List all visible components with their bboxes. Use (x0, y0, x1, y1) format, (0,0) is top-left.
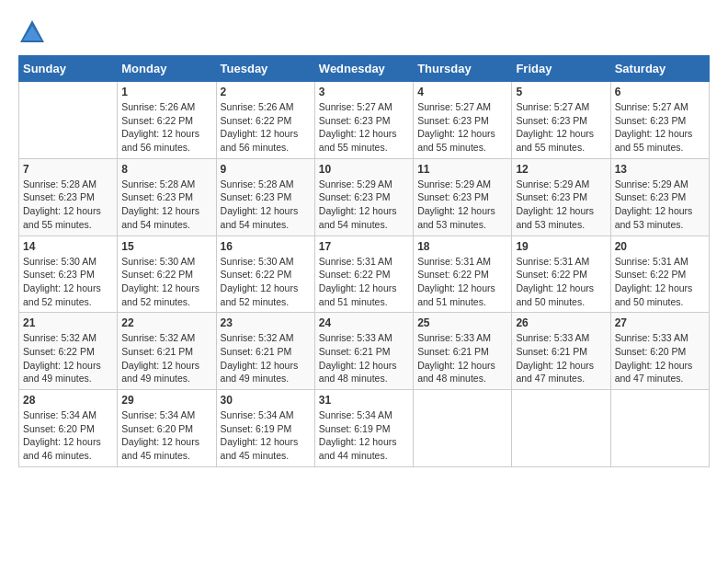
logo-icon (18, 18, 46, 46)
calendar-cell: 3Sunrise: 5:27 AM Sunset: 6:23 PM Daylig… (314, 82, 413, 159)
calendar-table: SundayMondayTuesdayWednesdayThursdayFrid… (18, 55, 710, 467)
week-row-3: 21Sunrise: 5:32 AM Sunset: 6:22 PM Dayli… (19, 313, 710, 390)
day-number: 11 (417, 163, 507, 176)
day-number: 8 (121, 163, 211, 176)
day-info: Sunrise: 5:28 AM Sunset: 6:23 PM Dayligh… (121, 178, 211, 232)
day-info: Sunrise: 5:32 AM Sunset: 6:21 PM Dayligh… (121, 331, 211, 385)
calendar-cell: 8Sunrise: 5:28 AM Sunset: 6:23 PM Daylig… (118, 158, 216, 236)
calendar-cell: 23Sunrise: 5:32 AM Sunset: 6:21 PM Dayli… (216, 313, 314, 390)
day-info: Sunrise: 5:33 AM Sunset: 6:21 PM Dayligh… (319, 331, 409, 385)
calendar-cell: 4Sunrise: 5:27 AM Sunset: 6:23 PM Daylig… (414, 82, 512, 159)
day-info: Sunrise: 5:34 AM Sunset: 6:19 PM Dayligh… (221, 408, 311, 463)
header-row: SundayMondayTuesdayWednesdayThursdayFrid… (19, 56, 710, 82)
day-info: Sunrise: 5:27 AM Sunset: 6:23 PM Dayligh… (615, 100, 705, 155)
calendar-cell: 21Sunrise: 5:32 AM Sunset: 6:22 PM Dayli… (19, 313, 118, 390)
day-number: 6 (615, 86, 705, 98)
day-number: 23 (221, 316, 311, 329)
calendar-cell: 18Sunrise: 5:31 AM Sunset: 6:22 PM Dayli… (414, 236, 512, 313)
day-info: Sunrise: 5:31 AM Sunset: 6:22 PM Dayligh… (516, 255, 606, 309)
calendar-cell: 10Sunrise: 5:29 AM Sunset: 6:23 PM Dayli… (314, 158, 413, 236)
calendar-cell (19, 82, 118, 159)
day-info: Sunrise: 5:34 AM Sunset: 6:19 PM Dayligh… (319, 408, 409, 463)
calendar-cell: 27Sunrise: 5:33 AM Sunset: 6:20 PM Dayli… (610, 313, 709, 390)
day-info: Sunrise: 5:29 AM Sunset: 6:23 PM Dayligh… (319, 178, 409, 232)
day-info: Sunrise: 5:28 AM Sunset: 6:23 PM Dayligh… (23, 178, 113, 232)
day-info: Sunrise: 5:30 AM Sunset: 6:22 PM Dayligh… (221, 255, 311, 309)
day-info: Sunrise: 5:27 AM Sunset: 6:23 PM Dayligh… (417, 100, 507, 155)
day-number: 5 (516, 86, 606, 98)
header-thursday: Thursday (414, 56, 512, 82)
day-number: 22 (121, 316, 211, 329)
calendar-cell: 20Sunrise: 5:31 AM Sunset: 6:22 PM Dayli… (610, 236, 709, 313)
day-number: 13 (615, 163, 705, 176)
calendar-cell: 28Sunrise: 5:34 AM Sunset: 6:20 PM Dayli… (19, 390, 118, 467)
calendar-cell: 19Sunrise: 5:31 AM Sunset: 6:22 PM Dayli… (512, 236, 610, 313)
day-number: 9 (221, 163, 311, 176)
day-info: Sunrise: 5:34 AM Sunset: 6:20 PM Dayligh… (121, 408, 211, 463)
calendar-header: SundayMondayTuesdayWednesdayThursdayFrid… (19, 56, 710, 82)
day-number: 12 (516, 163, 606, 176)
calendar-cell: 30Sunrise: 5:34 AM Sunset: 6:19 PM Dayli… (216, 390, 314, 467)
day-number: 28 (23, 394, 113, 407)
day-info: Sunrise: 5:34 AM Sunset: 6:20 PM Dayligh… (23, 408, 113, 463)
day-number: 3 (319, 86, 409, 98)
day-info: Sunrise: 5:26 AM Sunset: 6:22 PM Dayligh… (221, 100, 311, 155)
day-info: Sunrise: 5:33 AM Sunset: 6:21 PM Dayligh… (417, 331, 507, 385)
day-number: 27 (615, 316, 705, 329)
day-info: Sunrise: 5:31 AM Sunset: 6:22 PM Dayligh… (319, 255, 409, 309)
day-number: 19 (516, 240, 606, 253)
logo (18, 18, 50, 46)
day-number: 10 (319, 163, 409, 176)
calendar-cell: 29Sunrise: 5:34 AM Sunset: 6:20 PM Dayli… (118, 390, 216, 467)
day-number: 7 (23, 163, 113, 176)
day-info: Sunrise: 5:29 AM Sunset: 6:23 PM Dayligh… (516, 178, 606, 232)
calendar-cell: 9Sunrise: 5:28 AM Sunset: 6:23 PM Daylig… (216, 158, 314, 236)
week-row-0: 1Sunrise: 5:26 AM Sunset: 6:22 PM Daylig… (19, 82, 710, 159)
day-number: 24 (319, 316, 409, 329)
day-number: 30 (221, 394, 311, 407)
calendar-cell: 15Sunrise: 5:30 AM Sunset: 6:22 PM Dayli… (118, 236, 216, 313)
page-header (18, 18, 710, 46)
day-info: Sunrise: 5:30 AM Sunset: 6:23 PM Dayligh… (23, 255, 113, 309)
calendar-cell: 17Sunrise: 5:31 AM Sunset: 6:22 PM Dayli… (314, 236, 413, 313)
calendar-body: 1Sunrise: 5:26 AM Sunset: 6:22 PM Daylig… (19, 82, 710, 467)
day-info: Sunrise: 5:26 AM Sunset: 6:22 PM Dayligh… (121, 100, 211, 155)
header-saturday: Saturday (610, 56, 709, 82)
day-info: Sunrise: 5:29 AM Sunset: 6:23 PM Dayligh… (615, 178, 705, 232)
header-friday: Friday (512, 56, 610, 82)
day-info: Sunrise: 5:29 AM Sunset: 6:23 PM Dayligh… (417, 178, 507, 232)
day-number: 4 (417, 86, 507, 98)
calendar-cell: 31Sunrise: 5:34 AM Sunset: 6:19 PM Dayli… (314, 390, 413, 467)
header-monday: Monday (118, 56, 216, 82)
calendar-cell: 6Sunrise: 5:27 AM Sunset: 6:23 PM Daylig… (610, 82, 709, 159)
day-info: Sunrise: 5:32 AM Sunset: 6:22 PM Dayligh… (23, 331, 113, 385)
day-number: 21 (23, 316, 113, 329)
day-info: Sunrise: 5:28 AM Sunset: 6:23 PM Dayligh… (221, 178, 311, 232)
day-info: Sunrise: 5:31 AM Sunset: 6:22 PM Dayligh… (615, 255, 705, 309)
day-number: 1 (121, 86, 211, 98)
calendar-cell: 13Sunrise: 5:29 AM Sunset: 6:23 PM Dayli… (610, 158, 709, 236)
calendar-cell: 5Sunrise: 5:27 AM Sunset: 6:23 PM Daylig… (512, 82, 610, 159)
calendar-cell: 12Sunrise: 5:29 AM Sunset: 6:23 PM Dayli… (512, 158, 610, 236)
header-tuesday: Tuesday (216, 56, 314, 82)
day-number: 20 (615, 240, 705, 253)
day-info: Sunrise: 5:33 AM Sunset: 6:20 PM Dayligh… (615, 331, 705, 385)
day-number: 29 (121, 394, 211, 407)
calendar-cell: 24Sunrise: 5:33 AM Sunset: 6:21 PM Dayli… (314, 313, 413, 390)
day-info: Sunrise: 5:31 AM Sunset: 6:22 PM Dayligh… (417, 255, 507, 309)
day-number: 26 (516, 316, 606, 329)
day-info: Sunrise: 5:32 AM Sunset: 6:21 PM Dayligh… (221, 331, 311, 385)
calendar-cell: 25Sunrise: 5:33 AM Sunset: 6:21 PM Dayli… (414, 313, 512, 390)
calendar-cell (512, 390, 610, 467)
day-info: Sunrise: 5:33 AM Sunset: 6:21 PM Dayligh… (516, 331, 606, 385)
day-number: 25 (417, 316, 507, 329)
header-sunday: Sunday (19, 56, 118, 82)
calendar-cell (610, 390, 709, 467)
calendar-cell: 7Sunrise: 5:28 AM Sunset: 6:23 PM Daylig… (19, 158, 118, 236)
day-number: 17 (319, 240, 409, 253)
day-number: 31 (319, 394, 409, 407)
day-number: 15 (121, 240, 211, 253)
calendar-cell: 26Sunrise: 5:33 AM Sunset: 6:21 PM Dayli… (512, 313, 610, 390)
day-info: Sunrise: 5:27 AM Sunset: 6:23 PM Dayligh… (516, 100, 606, 155)
calendar-cell: 14Sunrise: 5:30 AM Sunset: 6:23 PM Dayli… (19, 236, 118, 313)
